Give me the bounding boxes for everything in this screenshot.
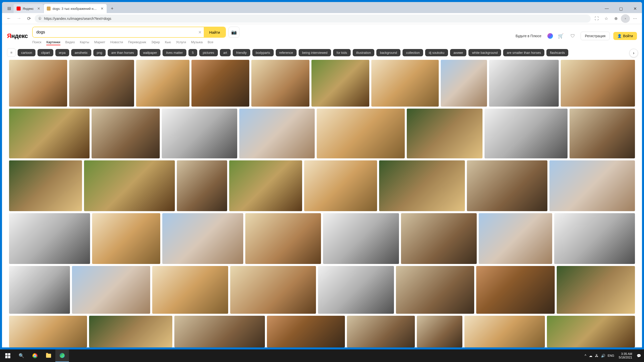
nav-link[interactable]: Все — [208, 40, 213, 45]
filter-chip[interactable]: are than horses — [108, 49, 137, 56]
image-result[interactable] — [476, 266, 555, 314]
image-result[interactable] — [9, 213, 90, 264]
filter-chip[interactable]: flashcards — [546, 49, 568, 56]
cart-icon[interactable]: 🛒 — [556, 32, 565, 40]
filter-chip[interactable]: for kids — [333, 49, 351, 56]
start-button[interactable] — [1, 349, 15, 362]
nav-link[interactable]: Переводчик — [128, 40, 146, 45]
image-result[interactable] — [92, 109, 159, 158]
nav-link[interactable]: Кью — [165, 40, 171, 45]
filter-chip[interactable]: aesthetic — [71, 49, 91, 56]
plus-badge-icon[interactable] — [547, 33, 553, 39]
image-result[interactable] — [229, 160, 302, 211]
image-result[interactable] — [9, 109, 90, 158]
image-result[interactable] — [441, 60, 487, 107]
filter-chip[interactable]: аниме — [450, 49, 467, 56]
collections-icon[interactable]: ⊕ — [611, 14, 620, 23]
image-result[interactable] — [9, 266, 70, 314]
image-result[interactable] — [84, 160, 175, 211]
refresh-button[interactable]: ⟳ — [25, 14, 33, 23]
filter-chip[interactable]: background — [376, 49, 400, 56]
image-result[interactable] — [379, 160, 465, 211]
filter-chip[interactable]: collection — [403, 49, 423, 56]
filter-chip[interactable]: bodyparts — [252, 49, 274, 56]
image-result[interactable] — [267, 316, 345, 347]
search-button[interactable]: Найти — [204, 27, 226, 37]
image-result[interactable] — [318, 266, 394, 314]
image-result[interactable] — [245, 213, 321, 264]
yandex-logo[interactable]: Яндекс — [7, 32, 28, 39]
chips-next-button[interactable]: › — [629, 49, 638, 57]
register-button[interactable]: Регистрация — [581, 32, 610, 40]
image-result[interactable] — [549, 160, 635, 211]
search-input[interactable] — [33, 27, 196, 37]
filter-chip[interactable]: being interviewed — [299, 49, 331, 56]
search-taskbar-icon[interactable]: 🔍 — [15, 349, 28, 362]
explorer-taskbar-icon[interactable] — [42, 349, 55, 362]
image-result[interactable] — [561, 60, 635, 107]
filter-chip[interactable]: lives matter — [163, 49, 186, 56]
tray-clock[interactable]: 3:35 AM 5/18/2021 — [617, 352, 634, 359]
image-result[interactable] — [396, 266, 474, 314]
maximize-button[interactable]: ▢ — [614, 4, 628, 13]
filter-chip[interactable]: reference — [276, 49, 297, 56]
nav-link[interactable]: Музыка — [191, 40, 203, 45]
filter-chip[interactable]: dj soukoku — [425, 49, 448, 56]
image-result[interactable] — [304, 160, 377, 211]
image-result[interactable] — [9, 160, 82, 211]
filter-chip[interactable]: wallpaper — [140, 49, 161, 56]
image-result[interactable] — [554, 213, 635, 264]
image-result[interactable] — [69, 60, 134, 107]
image-result[interactable] — [136, 60, 189, 107]
image-result[interactable] — [347, 316, 415, 347]
filters-button[interactable]: ≡ — [7, 48, 16, 57]
favorite-icon[interactable]: ☆ — [602, 14, 611, 23]
image-result[interactable] — [464, 316, 545, 347]
tab-actions-icon[interactable]: ▤ — [5, 4, 14, 13]
nav-link[interactable]: Услуги — [176, 40, 186, 45]
image-result[interactable] — [407, 109, 482, 158]
filter-chip[interactable]: are smaller than horses — [503, 49, 544, 56]
browser-tab[interactable]: Яндекс ✕ — [14, 4, 43, 13]
tray-language[interactable]: ENG — [608, 354, 614, 357]
image-result[interactable] — [191, 60, 250, 107]
menu-icon[interactable]: ⋯ — [630, 14, 639, 23]
filter-chip[interactable]: illustration — [353, 49, 375, 56]
edge-taskbar-icon[interactable] — [55, 349, 69, 362]
shield-icon[interactable]: 🛡 — [569, 32, 577, 40]
filter-chip[interactable]: friendly — [233, 49, 250, 56]
image-result[interactable] — [489, 60, 559, 107]
nav-link[interactable]: Маркет — [94, 40, 105, 45]
tray-notifications-icon[interactable]: 💬 — [637, 354, 641, 358]
profile-avatar[interactable]: ◦ — [621, 14, 630, 23]
image-result[interactable] — [485, 109, 568, 158]
url-input[interactable]: 🛈 https://yandex.ru/images/search?text=d… — [35, 15, 591, 23]
image-result[interactable] — [9, 316, 87, 347]
tray-network-icon[interactable]: 🖧 — [595, 354, 598, 358]
minimize-button[interactable]: — — [600, 4, 614, 13]
nav-link[interactable]: Эфир — [151, 40, 160, 45]
tray-volume-icon[interactable]: 🔊 — [601, 354, 605, 358]
image-result[interactable] — [323, 213, 399, 264]
filter-chip[interactable]: 5 — [188, 49, 197, 56]
nav-link[interactable]: Видео — [65, 40, 75, 45]
filter-chip[interactable]: png — [93, 49, 106, 56]
image-result[interactable] — [89, 316, 172, 347]
image-result[interactable] — [174, 316, 265, 347]
tab-close-icon[interactable]: ✕ — [37, 7, 40, 11]
back-button[interactable]: ← — [5, 14, 13, 23]
login-button[interactable]: 👤Войти — [613, 32, 637, 40]
chrome-taskbar-icon[interactable] — [28, 349, 42, 362]
image-result[interactable] — [317, 109, 405, 158]
filter-chip[interactable]: pictures — [199, 49, 218, 56]
clear-search-icon[interactable]: ✕ — [196, 30, 204, 35]
image-result[interactable] — [479, 213, 552, 264]
filter-chip[interactable]: игра — [55, 49, 69, 56]
image-result[interactable] — [9, 60, 67, 107]
image-result[interactable] — [177, 160, 227, 211]
nav-link[interactable]: Поиск — [32, 40, 41, 45]
filter-chip[interactable]: clipart — [37, 49, 53, 56]
image-result[interactable] — [162, 109, 237, 158]
image-result[interactable] — [152, 266, 228, 314]
filter-chip[interactable]: cartoon — [18, 49, 35, 56]
